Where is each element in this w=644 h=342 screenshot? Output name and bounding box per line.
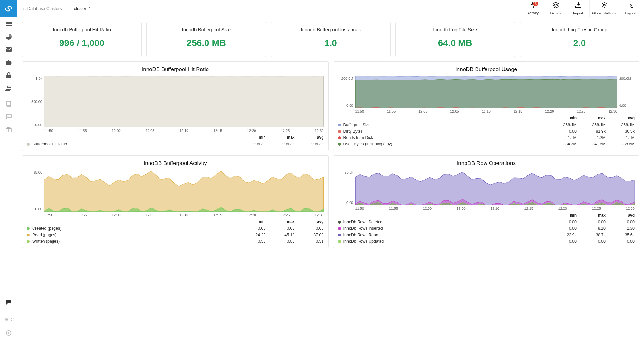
legend-row[interactable]: Bufferpool Size 268.4M 268.4M 268.4M: [338, 122, 635, 128]
chart-title: InnoDB Bufferpool Hit Ratio: [27, 66, 324, 73]
logo-icon[interactable]: [0, 0, 17, 17]
chart-plot[interactable]: [355, 170, 635, 205]
stat-avg: 37.09: [295, 233, 324, 237]
legend-row[interactable]: Written (pages) 0.50 0.80 0.51: [27, 238, 324, 245]
stat-max: 8.10: [577, 226, 606, 231]
chart-plot[interactable]: [44, 170, 324, 212]
mail-icon[interactable]: [0, 43, 17, 56]
chart-plot[interactable]: [44, 76, 324, 127]
users-icon[interactable]: [0, 82, 17, 95]
kpi-value: 256.0 MB: [152, 38, 261, 48]
support-chat-icon[interactable]: [0, 296, 17, 309]
stat-min: 0.00: [548, 226, 577, 231]
legend-label: Used Bytes (including dirty): [338, 142, 548, 146]
legend-label: Bufferpool Hit Ratio: [27, 142, 237, 146]
stat-min: 996.32: [237, 142, 266, 146]
legend-row[interactable]: Created (pages) 0.00 0.00 0.00: [27, 225, 324, 232]
pie-chart-icon[interactable]: [0, 30, 17, 43]
stats-header: minmaxavg: [338, 113, 635, 122]
sidebar: [0, 0, 17, 342]
global-settings-button[interactable]: Global Settings: [589, 0, 619, 17]
svg-point-9: [10, 116, 10, 116]
svg-rect-1: [6, 23, 12, 24]
stat-max: 0.00: [266, 226, 295, 231]
kpi-title: Innodb Log File Size: [401, 27, 510, 32]
lock-icon[interactable]: [0, 69, 17, 82]
stat-avg: 996.33: [295, 142, 324, 146]
charts-row-1: InnoDB Bufferpool Hit Ratio1.0k500.000.0…: [22, 61, 639, 151]
x-axis: 11:5011:5512:0012:0512:1012:1512:2012:25…: [338, 108, 635, 113]
kpi-value: 64.0 MB: [401, 38, 510, 48]
toggle-icon[interactable]: [0, 313, 17, 326]
svg-point-6: [9, 87, 11, 88]
stat-avg: 0.00: [295, 226, 324, 231]
logout-button[interactable]: Logout: [619, 0, 641, 17]
legend-label: InnoDb Rows Deleted: [338, 220, 548, 224]
stat-max: 1.2M: [577, 135, 606, 140]
layers-icon: [553, 2, 559, 10]
clusters-icon[interactable]: [0, 17, 17, 30]
legend-label: Bufferpool Size: [338, 123, 548, 127]
legend-label: Read (pages): [27, 233, 237, 237]
topbar: ‹ Database Clusters cluster_1 3 Activity…: [17, 0, 644, 17]
kpi-title: Innodb Bufferpool Size: [152, 27, 261, 32]
chart-title: InnoDB Bufferpool Activity: [27, 160, 324, 167]
kpi-value: 2.0: [525, 38, 634, 48]
panel-usage: InnoDB Bufferpool Usage200.0M0.00200.0M0…: [333, 61, 640, 151]
kpi-card: Innodb Log File Size 64.0 MB: [395, 22, 515, 57]
collapse-icon[interactable]: [0, 327, 17, 339]
stat-max: 45.10: [266, 233, 295, 237]
activity-button[interactable]: 3 Activity: [522, 0, 544, 17]
breadcrumb[interactable]: ‹ Database Clusters cluster_1: [20, 6, 91, 11]
svg-rect-4: [6, 75, 11, 78]
stat-avg: 268.4M: [606, 123, 635, 127]
legend-label: Reads from Disk: [338, 135, 548, 140]
stat-avg: 0.00: [606, 220, 635, 224]
legend-row[interactable]: InnoDb Rows Inserted 0.00 8.10 2.30: [338, 225, 635, 232]
stat-avg: 0.51: [295, 239, 324, 244]
kpi-row: Innodb Bufferpool Hit Ratio 996 / 1,000I…: [22, 22, 639, 57]
legend-row[interactable]: InnoDb Rows Deleted 0.00 0.00 0.00: [338, 219, 635, 225]
legend-row[interactable]: InnoDb Rows Updated 0.00 0.00 0.00: [338, 238, 635, 245]
stats-header: minmaxavg: [27, 217, 324, 225]
chart-title: InnoDB Row Operations: [338, 160, 635, 167]
svg-point-7: [7, 116, 7, 116]
x-axis: 11:5011:5512:0012:0512:1012:1512:2012:25…: [338, 205, 635, 210]
y-axis-left: 25.0k0.00: [338, 170, 355, 205]
legend-row[interactable]: Reads from Disk 1.1M 1.2M 1.1M: [338, 134, 635, 141]
chart-plot[interactable]: [355, 76, 618, 108]
stat-min: 1.1M: [548, 135, 577, 140]
stat-min: 268.4M: [548, 123, 577, 127]
gift-icon[interactable]: [0, 123, 17, 136]
stat-min: 24.20: [237, 233, 266, 237]
stat-max: 996.33: [266, 142, 295, 146]
panel-row-ops: InnoDB Row Operations25.0k0.0011:5011:55…: [333, 155, 640, 248]
legend-row[interactable]: Used Bytes (including dirty) 234.3M 241.…: [338, 141, 635, 147]
kpi-value: 1.0: [276, 38, 385, 48]
kpi-value: 996 / 1,000: [27, 38, 136, 48]
legend-row[interactable]: Dirty Bytes 0.00 81.9k 30.5k: [338, 128, 635, 134]
svg-point-5: [7, 86, 9, 88]
legend-row[interactable]: Read (pages) 24.20 45.10 37.09: [27, 232, 324, 238]
book-icon[interactable]: [0, 97, 17, 110]
legend-row[interactable]: Bufferpool Hit Ratio 996.32 996.33 996.3…: [27, 141, 324, 147]
x-axis: 11:5011:5512:0012:0512:1012:1512:2012:25…: [27, 127, 324, 133]
y-axis-left: 25.000.00: [27, 170, 44, 212]
puzzle-icon[interactable]: [0, 56, 17, 69]
chat-icon[interactable]: [0, 110, 17, 123]
deploy-button[interactable]: Deploy: [544, 0, 567, 17]
kpi-card: Innodb Bufferpool Hit Ratio 996 / 1,000: [22, 22, 142, 57]
svg-rect-2: [6, 25, 12, 26]
breadcrumb-parent[interactable]: Database Clusters: [27, 6, 62, 11]
gear-icon: [601, 2, 608, 10]
legend-row[interactable]: InnoDb Rows Read 23.9k 38.7k 35.6k: [338, 232, 635, 238]
legend-label: InnoDb Rows Inserted: [338, 226, 548, 231]
stat-avg: 35.6k: [606, 233, 635, 237]
kpi-title: Innodb Log Files in Group: [525, 27, 634, 32]
import-button[interactable]: Import: [567, 0, 589, 17]
breadcrumb-current[interactable]: cluster_1: [74, 6, 91, 11]
stat-max: 0.00: [577, 220, 606, 224]
stat-min: 0.50: [237, 239, 266, 244]
stat-avg: 2.30: [606, 226, 635, 231]
panel-hit-ratio: InnoDB Bufferpool Hit Ratio1.0k500.000.0…: [22, 61, 329, 151]
